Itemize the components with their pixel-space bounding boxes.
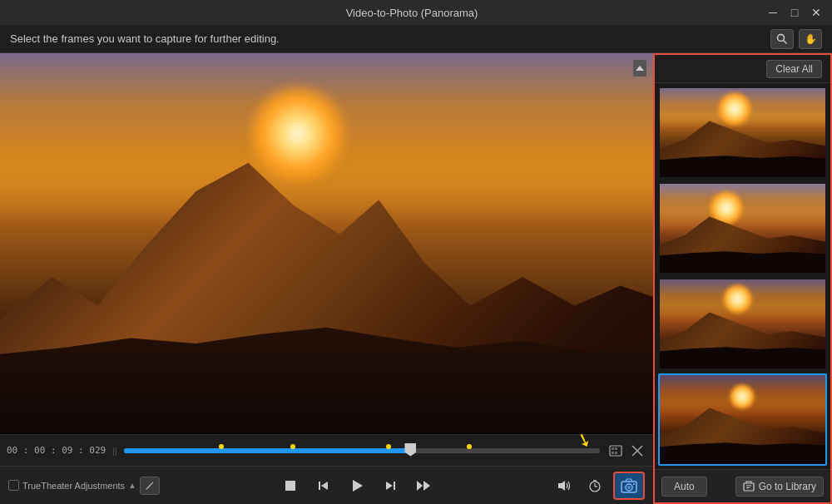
go-to-library-button[interactable]: Go to Library <box>735 477 824 497</box>
stop-button[interactable] <box>279 474 302 497</box>
truetheater-dropdown-arrow[interactable]: ▲ <box>128 481 136 490</box>
timeline-thumb[interactable] <box>404 443 416 457</box>
svg-rect-13 <box>394 482 395 490</box>
video-panel: 00 : 00 : 09 : 029 || ➘ <box>0 53 653 504</box>
controls-bar: TrueTheater Adjustments ▲ <box>0 466 653 504</box>
timeline-marker-1[interactable] <box>219 444 224 449</box>
svg-marker-17 <box>558 481 565 491</box>
thumb-scene-3 <box>660 279 825 368</box>
camera-icon <box>621 478 637 493</box>
instruction-bar: Select the frames you want to capture fo… <box>0 25 832 53</box>
play-button[interactable] <box>345 474 369 497</box>
svg-line-1 <box>784 40 787 43</box>
search-tool-button[interactable] <box>770 29 794 49</box>
truetheater-section: TrueTheater Adjustments ▲ <box>8 477 160 495</box>
volume-button[interactable] <box>553 474 577 497</box>
prev-frame-button[interactable] <box>312 474 335 497</box>
time-display: 00 : 00 : 09 : 029 <box>7 445 106 456</box>
thumbnail-item-3[interactable] <box>658 278 827 370</box>
capture-button[interactable] <box>613 472 645 500</box>
volume-icon <box>557 479 572 492</box>
content-row: 00 : 00 : 09 : 029 || ➘ <box>0 53 832 504</box>
fast-forward-icon <box>416 480 431 492</box>
svg-rect-4 <box>615 447 617 450</box>
thumbnail-item-4[interactable] <box>658 373 827 466</box>
filmstrip-icon <box>609 444 622 457</box>
truetheater-edit-button[interactable] <box>140 477 160 495</box>
instruction-tools: ✋ <box>770 29 822 49</box>
library-icon <box>743 481 755 492</box>
timeline-area: 00 : 00 : 09 : 029 || ➘ <box>0 434 653 466</box>
timeline-icons <box>607 442 646 460</box>
svg-rect-5 <box>612 452 614 454</box>
thumbnail-item-2[interactable] <box>658 182 827 274</box>
auto-button[interactable]: Auto <box>661 477 707 497</box>
window-controls: ─ □ ✕ <box>765 5 824 20</box>
timeline-icon-2[interactable] <box>628 442 646 460</box>
edit-icon <box>145 481 155 491</box>
mountain-scene <box>0 53 653 434</box>
svg-marker-11 <box>321 482 328 490</box>
timeline-marker-3[interactable] <box>386 444 391 449</box>
play-icon <box>349 478 364 493</box>
timeline-icon-1[interactable] <box>607 442 625 460</box>
hand-tool-button[interactable]: ✋ <box>799 29 822 49</box>
cut-icon <box>631 444 644 457</box>
instruction-text: Select the frames you want to capture fo… <box>10 32 280 45</box>
search-icon <box>776 33 788 45</box>
right-panel-wrapper: Clear All <box>653 53 832 504</box>
thumb-scene-4 <box>660 375 825 464</box>
right-controls <box>553 472 645 500</box>
svg-point-25 <box>633 483 635 485</box>
svg-marker-14 <box>386 482 393 490</box>
timeline-track[interactable]: ➘ <box>124 448 600 453</box>
playback-controls <box>279 474 435 497</box>
panel-header: Clear All <box>655 55 830 83</box>
sun-glow <box>248 84 348 184</box>
scroll-up-arrow <box>636 66 644 71</box>
next-frame-icon <box>384 479 397 492</box>
timeline-progress <box>124 448 409 453</box>
prev-frame-icon <box>317 479 330 492</box>
svg-point-0 <box>778 34 785 41</box>
timing-icon <box>588 479 602 492</box>
minimize-button[interactable]: ─ <box>765 5 780 20</box>
svg-marker-15 <box>417 481 423 491</box>
title-bar: Video-to-Photo (Panorama) ─ □ ✕ <box>0 0 832 25</box>
video-canvas <box>0 53 653 434</box>
truetheater-checkbox[interactable] <box>8 480 19 491</box>
timing-button[interactable] <box>583 474 607 497</box>
svg-rect-9 <box>285 481 295 491</box>
panel-footer: Auto Go to Library <box>655 469 830 502</box>
svg-marker-16 <box>423 481 430 491</box>
svg-rect-3 <box>612 447 614 450</box>
close-button[interactable]: ✕ <box>809 5 824 20</box>
video-area[interactable] <box>0 53 653 434</box>
hand-icon: ✋ <box>805 33 817 45</box>
stop-icon <box>285 480 296 492</box>
timeline-divider: || <box>112 446 117 456</box>
main-container: Select the frames you want to capture fo… <box>0 25 832 504</box>
svg-rect-6 <box>615 452 617 454</box>
go-to-library-label: Go to Library <box>759 481 816 492</box>
thumb-scene-1 <box>660 88 825 177</box>
thumbnails-area[interactable] <box>655 83 830 469</box>
truetheater-label: TrueTheater Adjustments <box>22 481 125 491</box>
window-title: Video-to-Photo (Panorama) <box>58 7 765 19</box>
scroll-indicator[interactable] <box>633 60 646 77</box>
maximize-button[interactable]: □ <box>787 5 802 20</box>
svg-rect-10 <box>319 482 320 490</box>
thumbnail-item-1[interactable] <box>658 86 827 179</box>
fast-forward-button[interactable] <box>412 474 435 497</box>
svg-marker-12 <box>353 480 363 492</box>
svg-rect-2 <box>610 446 622 456</box>
timeline-marker-2[interactable] <box>290 444 295 449</box>
thumb-scene-2 <box>660 184 825 273</box>
svg-rect-26 <box>744 483 754 491</box>
next-frame-button[interactable] <box>379 474 402 497</box>
clear-all-button[interactable]: Clear All <box>766 60 822 78</box>
timeline-marker-4[interactable] <box>467 444 472 449</box>
svg-point-24 <box>627 486 631 489</box>
